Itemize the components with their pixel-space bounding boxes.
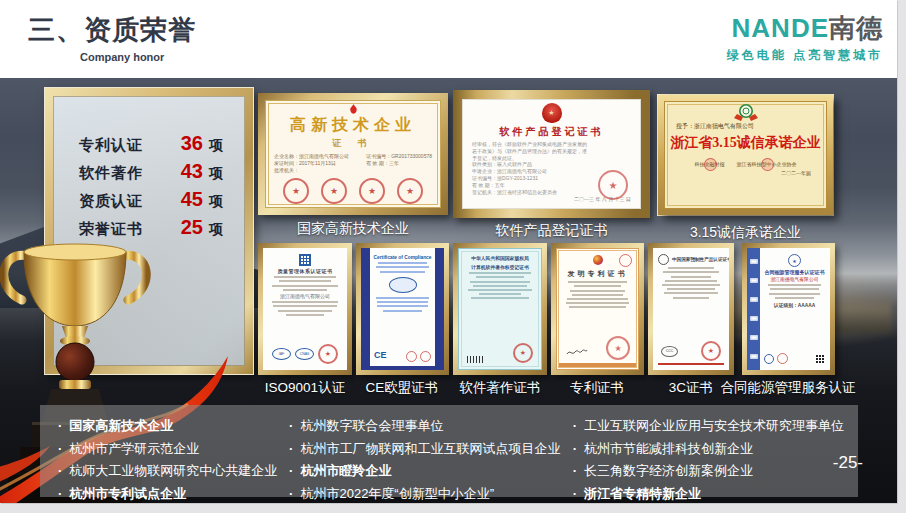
certificate-text-lines <box>658 265 724 301</box>
issuer-chip-icon <box>750 335 758 340</box>
bullet-icon: · <box>573 483 577 504</box>
stat-unit: 项 <box>209 137 223 155</box>
patent-office-logo-icon <box>593 255 603 265</box>
red-stamp-icon <box>406 351 417 362</box>
certificate-patent: 发明专利证书 ★ <box>551 243 644 375</box>
stat-unit: 项 <box>209 193 223 211</box>
certificate-bottom <box>764 353 825 364</box>
cqc-logo-icon <box>658 254 669 265</box>
red-stamp-icon: ★ <box>318 344 338 364</box>
bullet-icon: · <box>573 438 577 461</box>
red-stamp-icon: ★ <box>606 336 630 360</box>
certificate-caption: 合同能源管理服务认证 <box>708 379 868 397</box>
certificate-text-lines <box>374 295 431 314</box>
honors-column-1: ·国家高新技术企业·杭州市产学研示范企业·杭师大工业物联网研究中心共建企业·杭州… <box>58 415 289 489</box>
text-line: 批准机关： <box>274 167 349 174</box>
page-title: 三、资质荣誉 <box>28 12 196 48</box>
award-line: 授予：浙江南德电气有限公司 <box>670 122 754 131</box>
honor-item: ·长三角数字经济创新案例企业 <box>573 460 844 483</box>
certificate-ce-inner: Certificate of Compliance CE <box>361 248 444 370</box>
certificate-title: 合同能源管理服务认证证书 <box>765 269 825 275</box>
honor-item-label: 工业互联网企业应用与安全技术研究理事单位 <box>584 415 844 438</box>
honor-item-label: 杭州市工厂物联网和工业互联网试点项目企业 <box>300 438 560 461</box>
certificate-footer: 科技金融时报 浙江省科技型中小企业协会 <box>670 161 821 167</box>
company-logo: NANDE南德 绿色电能 点亮智慧城市 <box>727 13 883 64</box>
honor-item: ·杭州市工厂物联网和工业互联网试点项目企业 <box>289 438 573 461</box>
trophy-collar <box>59 380 91 389</box>
honor-item: ·浙江省专精特新企业 <box>573 483 844 504</box>
certificate-fields-left: 企业名称：浙江南德电气有限公司发证时间：2017年11月13日批准机关： <box>274 153 349 174</box>
stat-value: 43 <box>181 160 203 183</box>
bullet-icon: · <box>58 438 62 461</box>
honor-item: ·杭州市产学研示范企业 <box>58 438 289 461</box>
logo-text-en: NANDE <box>732 13 829 43</box>
certificate-hitech-inner: 高新技术企业 证 书 企业名称：浙江南德电气有限公司发证时间：2017年11月1… <box>265 100 441 208</box>
certificate-emc-inner: ★ 合同能源管理服务认证证书 浙江南德电气有限公司 认证级别：AAAAA <box>747 248 830 370</box>
text-line: 企业名称：浙江南德电气有限公司 <box>274 153 349 160</box>
red-star-stamp-icon: ★ <box>513 343 533 363</box>
bullet-icon: · <box>289 460 293 483</box>
logo-tagline: 绿色电能 点亮智慧城市 <box>727 47 883 64</box>
signature-icon <box>566 347 588 357</box>
issuer-mark-icon <box>764 354 774 364</box>
logo-wordmark: NANDE南德 <box>727 13 883 43</box>
stat-row: 资质认证 45 项 <box>53 188 245 216</box>
honors-panel: ·国家高新技术企业·杭州市产学研示范企业·杭师大工业物联网研究中心共建企业·杭州… <box>40 405 858 497</box>
text-line: 予登记，特发此证。 <box>472 155 631 162</box>
presentation-slide: 三、资质荣誉 Company honor NANDE南德 绿色电能 点亮智慧城市… <box>0 0 906 513</box>
blue-logo-band <box>747 248 760 370</box>
header: 三、资质荣誉 Company honor NANDE南德 绿色电能 点亮智慧城市 <box>0 0 897 78</box>
text-line: 有 效 期：三年 <box>366 160 432 167</box>
issuer-chip-icon <box>750 278 758 283</box>
issuer-emblem-icon: ★ <box>788 254 801 267</box>
certificate-software-copyright: 中华人民共和国国家版权局 计算机软件著作权登记证书 ★ <box>453 243 547 375</box>
certificate-stamps: ★ ★ ★ ★ <box>283 178 423 204</box>
red-seal-icon <box>619 254 632 267</box>
certificate-title: 发明专利证书 <box>568 269 628 279</box>
honor-item: ·杭州市瞪羚企业 <box>289 460 573 483</box>
certificate-copyright-inner: 中华人民共和国国家版权局 计算机软件著作权登记证书 ★ <box>458 248 542 370</box>
text-line: 若干政策》与《软件产品管理办法》的有关规定，准 <box>472 148 631 155</box>
issuer-chip-icon <box>750 316 758 321</box>
barcode-icon <box>467 356 483 363</box>
issuer-chip-icon <box>750 354 758 359</box>
red-stamp-icon <box>420 351 431 362</box>
red-stamp-icon: ★ <box>598 170 628 200</box>
trophy-rim <box>24 244 126 260</box>
stat-label: 资质认证 <box>79 192 181 211</box>
text-line: 软件类别：嵌入式软件产品 <box>472 161 631 168</box>
text-line: 证书编号：GR201733000578 <box>366 153 432 160</box>
honor-item-label: 浙江省专精特新企业 <box>584 483 701 504</box>
issuer-chip-icon <box>750 297 758 302</box>
stat-label: 专利认证 <box>79 136 181 155</box>
certificate-title-line1: 中华人民共和国国家版权局 <box>471 255 529 261</box>
certificate-header: 中国国家强制性产品认证证书 <box>658 254 724 265</box>
certificate-text-lines <box>561 279 634 311</box>
text-line: 发证时间：2017年11月13日 <box>274 160 349 167</box>
certificate-title: 软件产品登记证书 <box>500 125 604 139</box>
certificate-ce: Certificate of Compliance CE <box>356 243 449 375</box>
blue-side-band <box>435 248 444 370</box>
bullet-icon: · <box>58 415 62 438</box>
honor-item: ·国家高新技术企业 <box>58 415 289 438</box>
bullet-icon: · <box>289 483 293 504</box>
footer-issuer-right: 浙江省科技型中小企业协会 <box>737 161 797 167</box>
footer-issuer-left: 科技金融时报 <box>695 161 725 167</box>
certificate-text-lines <box>374 260 431 275</box>
honor-item-label: 杭州市2022年度“创新型中小企业” <box>300 483 494 504</box>
certificate-caption: 3.15诚信承诺企业 <box>658 224 833 242</box>
cnas-mark-icon: CNAS <box>295 348 314 360</box>
red-stamp-icon: ★ <box>701 341 721 361</box>
certificate-3c-inner: 中国国家强制性产品认证证书 CCC ★ <box>653 248 729 370</box>
bullet-icon: · <box>289 415 293 438</box>
certificate-chengxin-315: 授予：浙江南德电气有限公司 浙江省3.15诚信承诺企业 科技金融时报 浙江省科技… <box>658 95 833 215</box>
blue-footer-band <box>370 366 435 370</box>
flame-icon <box>346 104 361 114</box>
stat-row: 专利认证 36 项 <box>53 132 245 160</box>
honor-item-label: 杭州市专利试点企业 <box>69 483 186 504</box>
registry-seal-icon <box>299 254 311 266</box>
honor-item-label: 杭师大工业物联网研究中心共建企业 <box>69 460 277 483</box>
honor-item-label: 杭州市产学研示范企业 <box>69 438 199 461</box>
certificate-caption: 软件产品登记证书 <box>453 222 650 240</box>
bullet-icon: · <box>573 460 577 483</box>
